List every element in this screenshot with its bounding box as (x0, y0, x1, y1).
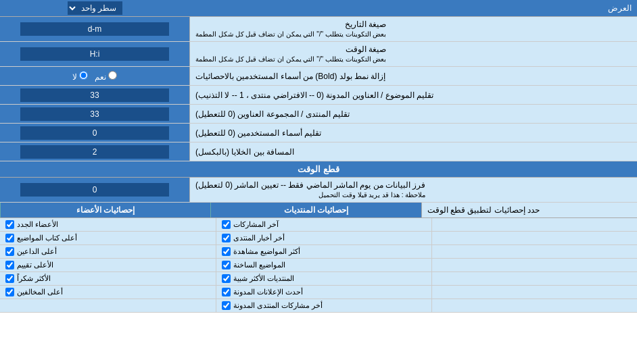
cell-spacing-row: المسافة بين الخلايا (بالبكسل) (0, 142, 637, 161)
trim-topic-input[interactable] (20, 88, 169, 102)
cutoff-input[interactable] (20, 183, 169, 197)
trim-topic-input-cell (0, 86, 189, 104)
checkbox-row-6: أحدث الإعلانات المدونة أعلى المخالفين (0, 286, 637, 299)
forum-checkbox-2[interactable]: أخر أخبار المنتدى (216, 232, 432, 244)
cb-member-3[interactable] (5, 247, 14, 256)
trim-forum-label: تقليم المنتدى / المجموعة العناوين (0 للت… (189, 105, 637, 123)
cutoff-row: فرز البيانات من يوم الماشر الماضي فقط --… (0, 178, 637, 203)
member-checkbox-1[interactable]: الأعضاء الجدد (0, 218, 216, 231)
cb-forum-3[interactable] (222, 247, 231, 256)
empty-col-3 (431, 245, 637, 258)
trim-users-row: تقليم أسماء المستخدمين (0 للتعطيل) (0, 124, 637, 142)
cb-member-2[interactable] (5, 234, 14, 242)
cb-member-5[interactable] (5, 274, 14, 283)
date-format-row: صيغة التاريخبعض التكوينات يتطلب "/" التي… (0, 17, 637, 42)
checkbox-row-1: آخر المشاركات الأعضاء الجدد (0, 218, 637, 232)
checkbox-row-2: أخر أخبار المنتدى أعلى كتاب المواضيع (0, 232, 637, 245)
forum-checkbox-5[interactable]: المنتديات الأكثر شبية (216, 272, 432, 285)
forum-checkbox-3[interactable]: أكثر المواضيع مشاهدة (216, 245, 432, 258)
cb-forum-7[interactable] (222, 301, 231, 310)
cb-forum-5[interactable] (222, 274, 231, 283)
date-format-input[interactable] (20, 22, 169, 36)
member-checkbox-empty (0, 299, 216, 312)
checkbox-row-7: أخر مشاركات المنتدى المدونة (0, 299, 637, 313)
radio-no-label[interactable]: لا (72, 71, 88, 82)
bold-label: إزالة نمط بولد (Bold) من أسماء المستخدمي… (189, 67, 637, 85)
checkbox-row-3: أكثر المواضيع مشاهدة أعلى الداعين (0, 245, 637, 259)
forum-checkbox-4[interactable]: المواضيع الساخنة (216, 259, 432, 271)
checkbox-row-5: المنتديات الأكثر شبية الأكثر شكراً (0, 272, 637, 286)
radio-yes[interactable] (108, 71, 117, 80)
forum-checkbox-6[interactable]: أحدث الإعلانات المدونة (216, 286, 432, 298)
empty-col-5 (431, 272, 637, 285)
cell-spacing-label: المسافة بين الخلايا (بالبكسل) (189, 142, 637, 161)
trim-forum-input-cell (0, 105, 189, 123)
forum-checkbox-1[interactable]: آخر المشاركات (216, 218, 432, 231)
member-stats-header: إحصائيات الأعضاء (0, 203, 210, 217)
checkbox-row-4: المواضيع الساخنة الأعلى تقييم (0, 259, 637, 272)
trim-users-label: تقليم أسماء المستخدمين (0 للتعطيل) (189, 124, 637, 142)
member-checkbox-3[interactable]: أعلى الداعين (0, 245, 216, 258)
empty-col-6 (431, 286, 637, 298)
empty-col-7 (431, 299, 637, 312)
display-select[interactable]: سطر واحد (68, 1, 122, 15)
checkboxes-section-label: حدد إحصائيات لتطبيق قطع الوقت (421, 203, 637, 217)
checkboxes-header-row: حدد إحصائيات لتطبيق قطع الوقت إحصائيات ا… (0, 203, 637, 218)
trim-topic-label: تقليم الموضوع / العناوين المدونة (0 -- ا… (189, 86, 637, 104)
time-format-input-cell (0, 42, 189, 66)
cutoff-input-cell (0, 178, 189, 202)
radio-yes-label[interactable]: نعم (95, 71, 117, 82)
time-format-input[interactable] (20, 47, 169, 61)
cb-forum-2[interactable] (222, 234, 231, 242)
forum-checkbox-7[interactable]: أخر مشاركات المنتدى المدونة (216, 299, 432, 312)
trim-forum-input[interactable] (20, 107, 169, 121)
top-select-cell[interactable]: سطر واحد (0, 0, 189, 16)
date-format-label: صيغة التاريخبعض التكوينات يتطلب "/" التي… (189, 17, 637, 41)
top-header-row: العرض سطر واحد (0, 0, 637, 17)
time-format-row: صيغة الوقتبعض التكوينات يتطلب "/" التي ي… (0, 42, 637, 67)
member-checkbox-4[interactable]: الأعلى تقييم (0, 259, 216, 271)
empty-col-2 (431, 232, 637, 244)
member-checkbox-6[interactable]: أعلى المخالفين (0, 286, 216, 298)
bold-row: إزالة نمط بولد (Bold) من أسماء المستخدمي… (0, 67, 637, 86)
member-checkbox-5[interactable]: الأكثر شكراً (0, 272, 216, 285)
top-label: العرض (189, 1, 637, 15)
cell-spacing-input-cell (0, 142, 189, 161)
trim-users-input[interactable] (20, 126, 169, 140)
trim-topic-row: تقليم الموضوع / العناوين المدونة (0 -- ا… (0, 86, 637, 105)
cb-member-1[interactable] (5, 220, 14, 229)
forum-stats-header: إحصائيات المنتديات (210, 203, 421, 217)
empty-col-1 (431, 218, 637, 231)
trim-users-input-cell (0, 124, 189, 142)
cb-member-6[interactable] (5, 288, 14, 296)
time-format-label: صيغة الوقتبعض التكوينات يتطلب "/" التي ي… (189, 42, 637, 66)
cutoff-label: فرز البيانات من يوم الماشر الماضي فقط --… (189, 178, 637, 202)
radio-no[interactable] (79, 71, 88, 80)
cb-forum-6[interactable] (222, 288, 231, 296)
member-checkbox-2[interactable]: أعلى كتاب المواضيع (0, 232, 216, 244)
cb-member-4[interactable] (5, 261, 14, 269)
trim-forum-row: تقليم المنتدى / المجموعة العناوين (0 للت… (0, 105, 637, 124)
empty-col-4 (431, 259, 637, 271)
bold-radio-cell: نعم لا (0, 67, 189, 85)
cutoff-section-header: قطع الوقت (0, 161, 637, 178)
cell-spacing-input[interactable] (20, 145, 169, 159)
date-format-input-cell (0, 17, 189, 41)
cb-forum-1[interactable] (222, 220, 231, 229)
cb-forum-4[interactable] (222, 261, 231, 269)
